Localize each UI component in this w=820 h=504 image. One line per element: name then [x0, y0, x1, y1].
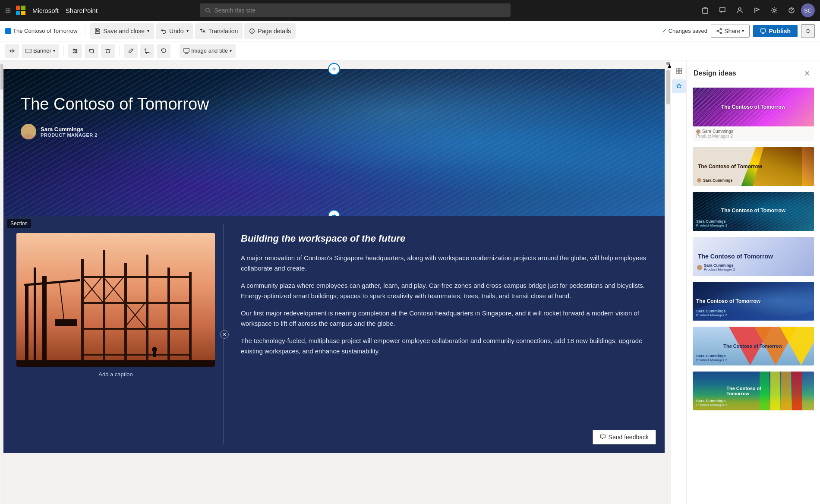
settings-sliders-icon	[72, 48, 78, 54]
content-body[interactable]: A major renovation of Contoso's Singapor…	[241, 253, 647, 356]
design-card-2-author-text: Sara Cummings	[703, 178, 733, 183]
share-icon	[716, 28, 722, 34]
svg-line-1	[209, 12, 210, 13]
search-bar[interactable]	[200, 3, 511, 17]
undo-chevron-icon: ▾	[186, 28, 189, 33]
svg-rect-51	[679, 71, 681, 73]
image-title-label: Image and title	[191, 47, 228, 54]
svg-rect-33	[167, 268, 170, 367]
design-card-4-role-text: Product Manager 2	[704, 268, 735, 271]
design-card-5[interactable]: The Contoso of Tomorrow Sara Cummings Pr…	[692, 281, 815, 321]
banner-chevron-icon: ▾	[53, 48, 55, 53]
save-close-button[interactable]: Save and close ▾	[90, 23, 154, 39]
image-title-chevron-icon: ▾	[230, 48, 232, 53]
side-panel-design-button[interactable]	[672, 79, 686, 93]
help-icon[interactable]	[784, 3, 799, 18]
svg-rect-34	[189, 272, 192, 367]
collapse-button[interactable]	[801, 24, 815, 38]
undo-editor-button[interactable]	[157, 44, 170, 58]
svg-point-10	[720, 28, 722, 30]
image-title-button[interactable]: Image and title ▾	[180, 44, 236, 58]
search-input[interactable]	[214, 7, 505, 14]
svg-rect-23	[25, 285, 28, 367]
design-panel-close-button[interactable]	[801, 67, 813, 79]
design-card-7[interactable]: The Contoso of Tomorrow Sara Cummings Pr…	[692, 371, 815, 411]
move-button[interactable]	[5, 44, 19, 58]
content-section: Section	[3, 216, 665, 453]
side-panel-grid-button[interactable]	[672, 64, 686, 78]
svg-point-4	[773, 9, 775, 12]
svg-rect-2	[703, 8, 708, 13]
page-title[interactable]: The Contoso of Tomorrow	[21, 95, 647, 113]
settings-btn[interactable]	[68, 44, 82, 58]
svg-point-0	[205, 8, 209, 12]
breadcrumb-text: The Contoso of Tomorrow	[13, 28, 77, 34]
waffle-icon[interactable]: ⊞	[5, 6, 11, 15]
user-avatar[interactable]: SC	[801, 3, 815, 17]
svg-rect-31	[124, 263, 127, 367]
chat-icon[interactable]	[715, 3, 730, 18]
duplicate-button[interactable]	[85, 44, 98, 58]
close-icon	[804, 71, 810, 76]
clipboard-icon[interactable]	[697, 3, 713, 18]
content-image[interactable]	[16, 233, 215, 367]
remove-column-button[interactable]: ✕	[220, 330, 229, 339]
grid-icon	[676, 68, 682, 74]
flag-icon[interactable]	[749, 3, 765, 18]
translation-button[interactable]: Translation	[195, 23, 243, 39]
svg-rect-19	[184, 48, 189, 52]
send-feedback-button[interactable]: Send feedback	[593, 430, 656, 444]
product-name: SharePoint	[66, 7, 98, 14]
svg-rect-36	[81, 302, 192, 304]
undo-button[interactable]: Undo ▾	[156, 23, 193, 39]
changes-saved-text: Changes saved	[669, 28, 707, 34]
svg-rect-28	[55, 319, 77, 326]
settings-icon[interactable]	[766, 3, 782, 18]
svg-rect-35	[81, 276, 192, 278]
design-icon	[676, 83, 682, 89]
content-paragraph-4: The technology-fueled, multiphase projec…	[241, 336, 647, 356]
left-scrollbar[interactable]	[0, 60, 3, 504]
design-card-5-role-text: Product Manager 2	[696, 313, 727, 317]
design-card-4[interactable]: The Contoso of Tomorrow Sara Cummings Pr…	[692, 236, 815, 277]
undo-icon	[161, 28, 167, 34]
svg-rect-47	[16, 360, 215, 367]
author-avatar-image	[21, 124, 36, 139]
page-details-button[interactable]: Page details	[244, 23, 296, 39]
design-card-2[interactable]: The Contoso of Tomorrow Sara Cummings	[692, 146, 815, 187]
design-card-7-title: The Contoso of Tomorrow	[726, 386, 780, 396]
people-icon[interactable]	[732, 3, 747, 18]
publish-button[interactable]: Publish	[753, 25, 798, 37]
content-left-column: Add a caption	[3, 216, 224, 453]
design-panel-title: Design ideas	[694, 69, 736, 77]
breadcrumb[interactable]: The Contoso of Tomorrow	[5, 28, 77, 34]
svg-rect-8	[96, 31, 99, 33]
svg-rect-18	[90, 49, 93, 53]
content-paragraph-1: A major renovation of Contoso's Singapor…	[241, 253, 647, 274]
banner-button[interactable]: Banner ▾	[22, 44, 59, 58]
section-label[interactable]: Section	[7, 219, 31, 228]
design-card-4-author: Sara Cummings Product Manager 2	[697, 263, 735, 271]
design-panel-cards-list: The Contoso of Tomorrow Sara Cummings Pr…	[687, 83, 820, 504]
image-caption[interactable]: Add a caption	[98, 371, 133, 378]
translation-label: Translation	[208, 28, 238, 35]
design-card-1[interactable]: The Contoso of Tomorrow Sara Cummings Pr…	[692, 87, 815, 142]
crop-button[interactable]	[140, 44, 154, 58]
delete-button[interactable]	[101, 44, 115, 58]
scroll-up-arrow[interactable]: ▲	[666, 62, 670, 65]
main-container: + The Contoso of Tomorrow Sara Cummings	[0, 60, 820, 504]
design-card-6[interactable]: The Contoso of Tomorrow Sara Cummings Pr…	[692, 326, 815, 366]
svg-point-45	[152, 347, 157, 352]
save-chevron-icon: ▾	[147, 28, 149, 33]
add-section-top-button[interactable]: +	[328, 63, 340, 75]
svg-point-3	[738, 8, 741, 10]
content-heading[interactable]: Building the workspace of the future	[241, 233, 647, 244]
svg-point-16	[76, 50, 77, 51]
share-button[interactable]: Share ▾	[711, 25, 750, 38]
design-card-6-title: The Contoso of Tomorrow	[723, 343, 783, 349]
design-ideas-panel: Design ideas The Contoso of Tomorrow	[686, 60, 820, 504]
design-card-5-author: Sara Cummings Product Manager 2	[696, 309, 727, 317]
design-card-3[interactable]: The Contoso of Tomorrow Sara Cummings Pr…	[692, 191, 815, 232]
pencil-button[interactable]	[124, 44, 138, 58]
canvas-scrollbar[interactable]: ▲	[665, 60, 671, 504]
